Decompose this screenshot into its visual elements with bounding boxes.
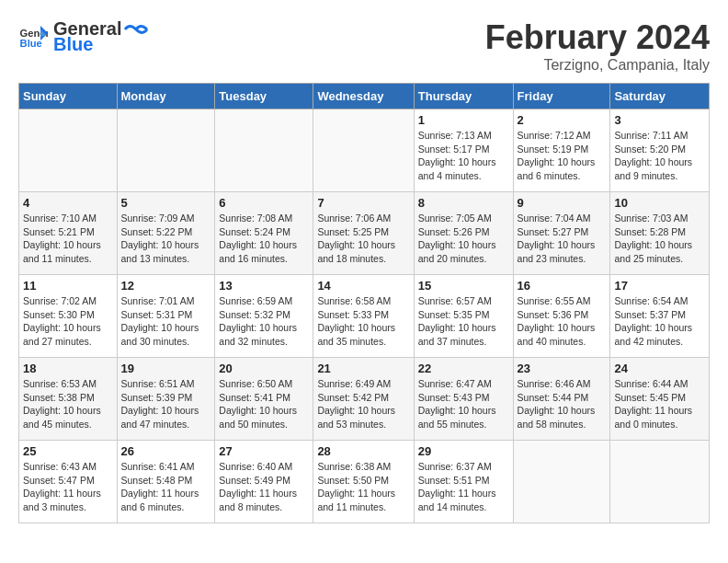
calendar-cell: 5Sunrise: 7:09 AM Sunset: 5:22 PM Daylig… [117,192,215,275]
header-saturday: Saturday [610,84,710,109]
day-info: Sunrise: 7:02 AM Sunset: 5:30 PM Dayligh… [23,294,113,349]
calendar-cell: 24Sunrise: 6:44 AM Sunset: 5:45 PM Dayli… [610,358,710,441]
day-number: 3 [614,113,705,127]
calendar-cell [610,441,710,523]
header-monday: Monday [117,84,215,109]
calendar-cell: 3Sunrise: 7:11 AM Sunset: 5:20 PM Daylig… [610,109,710,192]
day-number: 25 [23,444,113,458]
calendar-cell: 11Sunrise: 7:02 AM Sunset: 5:30 PM Dayli… [19,275,118,358]
calendar-cell: 13Sunrise: 6:59 AM Sunset: 5:32 PM Dayli… [215,275,313,358]
calendar-cell [513,441,610,523]
calendar-cell: 17Sunrise: 6:54 AM Sunset: 5:37 PM Dayli… [610,275,710,358]
month-year-title: February 2024 [485,18,710,57]
day-info: Sunrise: 6:50 AM Sunset: 5:41 PM Dayligh… [219,377,309,431]
calendar-cell: 16Sunrise: 6:55 AM Sunset: 5:36 PM Dayli… [513,275,610,358]
calendar-cell: 7Sunrise: 7:06 AM Sunset: 5:25 PM Daylig… [313,192,414,275]
day-info: Sunrise: 7:13 AM Sunset: 5:17 PM Dayligh… [418,129,509,183]
day-number: 21 [317,362,409,375]
day-number: 15 [418,279,509,293]
day-info: Sunrise: 6:57 AM Sunset: 5:35 PM Dayligh… [418,294,509,349]
day-number: 18 [23,362,113,375]
day-number: 9 [518,196,607,210]
day-info: Sunrise: 7:09 AM Sunset: 5:22 PM Dayligh… [121,212,211,266]
calendar-cell [215,109,313,192]
day-info: Sunrise: 6:37 AM Sunset: 5:51 PM Dayligh… [418,460,509,514]
day-info: Sunrise: 6:58 AM Sunset: 5:33 PM Dayligh… [317,294,409,349]
day-number: 12 [121,279,211,293]
day-number: 19 [121,362,211,375]
calendar-cell: 25Sunrise: 6:43 AM Sunset: 5:47 PM Dayli… [19,441,118,523]
page-header: General Blue General Blue February 2024 … [18,18,710,74]
calendar-cell: 27Sunrise: 6:40 AM Sunset: 5:49 PM Dayli… [215,441,313,523]
day-info: Sunrise: 7:04 AM Sunset: 5:27 PM Dayligh… [518,212,607,266]
logo-wave-icon [123,19,149,40]
day-info: Sunrise: 6:44 AM Sunset: 5:45 PM Dayligh… [614,377,705,431]
day-info: Sunrise: 6:46 AM Sunset: 5:44 PM Dayligh… [518,377,607,431]
week-row-1: 1Sunrise: 7:13 AM Sunset: 5:17 PM Daylig… [19,109,710,192]
header-friday: Friday [513,84,610,109]
day-number: 8 [418,196,509,210]
week-row-3: 11Sunrise: 7:02 AM Sunset: 5:30 PM Dayli… [19,275,710,358]
day-number: 16 [518,279,607,293]
week-row-2: 4Sunrise: 7:10 AM Sunset: 5:21 PM Daylig… [19,192,710,275]
day-number: 4 [23,196,113,210]
header-tuesday: Tuesday [215,84,313,109]
day-number: 27 [219,444,309,458]
calendar-cell: 12Sunrise: 7:01 AM Sunset: 5:31 PM Dayli… [117,275,215,358]
week-row-5: 25Sunrise: 6:43 AM Sunset: 5:47 PM Dayli… [19,441,710,523]
day-number: 10 [614,196,705,210]
day-number: 23 [518,362,607,375]
day-number: 1 [418,113,509,127]
day-info: Sunrise: 7:11 AM Sunset: 5:20 PM Dayligh… [614,129,705,183]
svg-text:Blue: Blue [20,38,42,49]
header-thursday: Thursday [414,84,513,109]
day-info: Sunrise: 7:06 AM Sunset: 5:25 PM Dayligh… [317,212,409,266]
title-section: February 2024 Terzigno, Campania, Italy [485,18,710,74]
day-info: Sunrise: 7:01 AM Sunset: 5:31 PM Dayligh… [121,294,211,349]
calendar-cell: 26Sunrise: 6:41 AM Sunset: 5:48 PM Dayli… [117,441,215,523]
day-number: 22 [418,362,509,375]
calendar-cell: 19Sunrise: 6:51 AM Sunset: 5:39 PM Dayli… [117,358,215,441]
day-info: Sunrise: 6:55 AM Sunset: 5:36 PM Dayligh… [518,294,607,349]
calendar-cell: 20Sunrise: 6:50 AM Sunset: 5:41 PM Dayli… [215,358,313,441]
day-info: Sunrise: 6:43 AM Sunset: 5:47 PM Dayligh… [23,460,113,514]
header-wednesday: Wednesday [313,84,414,109]
calendar-cell: 8Sunrise: 7:05 AM Sunset: 5:26 PM Daylig… [414,192,513,275]
day-info: Sunrise: 6:47 AM Sunset: 5:43 PM Dayligh… [418,377,509,431]
calendar-cell: 15Sunrise: 6:57 AM Sunset: 5:35 PM Dayli… [414,275,513,358]
calendar-cell: 4Sunrise: 7:10 AM Sunset: 5:21 PM Daylig… [19,192,118,275]
day-number: 26 [121,444,211,458]
day-number: 14 [317,279,409,293]
day-number: 7 [317,196,409,210]
calendar-cell [313,109,414,192]
header-sunday: Sunday [19,84,118,109]
calendar-table: SundayMondayTuesdayWednesdayThursdayFrid… [18,83,710,523]
day-number: 20 [219,362,309,375]
calendar-cell: 22Sunrise: 6:47 AM Sunset: 5:43 PM Dayli… [414,358,513,441]
day-number: 2 [518,113,607,127]
day-number: 5 [121,196,211,210]
day-number: 13 [219,279,309,293]
day-number: 6 [219,196,309,210]
day-info: Sunrise: 7:12 AM Sunset: 5:19 PM Dayligh… [518,129,607,183]
day-number: 11 [23,279,113,293]
day-number: 17 [614,279,705,293]
calendar-cell [19,109,118,192]
logo-icon: General Blue [18,22,48,52]
day-info: Sunrise: 6:53 AM Sunset: 5:38 PM Dayligh… [23,377,113,431]
calendar-cell: 2Sunrise: 7:12 AM Sunset: 5:19 PM Daylig… [513,109,610,192]
day-info: Sunrise: 7:05 AM Sunset: 5:26 PM Dayligh… [418,212,509,266]
calendar-header-row: SundayMondayTuesdayWednesdayThursdayFrid… [19,84,710,109]
day-info: Sunrise: 6:38 AM Sunset: 5:50 PM Dayligh… [317,460,409,514]
day-number: 24 [614,362,705,375]
day-info: Sunrise: 6:41 AM Sunset: 5:48 PM Dayligh… [121,460,211,514]
location-subtitle: Terzigno, Campania, Italy [485,57,710,74]
day-info: Sunrise: 6:40 AM Sunset: 5:49 PM Dayligh… [219,460,309,514]
day-number: 29 [418,444,509,458]
day-info: Sunrise: 6:51 AM Sunset: 5:39 PM Dayligh… [121,377,211,431]
day-info: Sunrise: 7:10 AM Sunset: 5:21 PM Dayligh… [23,212,113,266]
day-info: Sunrise: 7:03 AM Sunset: 5:28 PM Dayligh… [614,212,705,266]
day-info: Sunrise: 7:08 AM Sunset: 5:24 PM Dayligh… [219,212,309,266]
calendar-cell: 1Sunrise: 7:13 AM Sunset: 5:17 PM Daylig… [414,109,513,192]
calendar-cell: 14Sunrise: 6:58 AM Sunset: 5:33 PM Dayli… [313,275,414,358]
